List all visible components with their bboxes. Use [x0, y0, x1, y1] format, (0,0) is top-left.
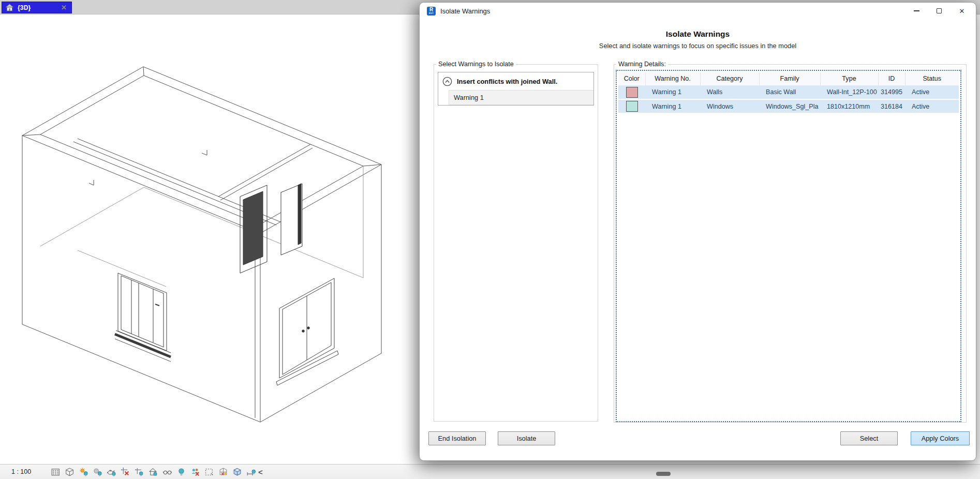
table-row[interactable]: Warning 1 Windows Windows_Sgl_Pla 1810x1… [618, 99, 959, 113]
warning-item-label: Warning 1 [454, 94, 484, 101]
reveal-constraints-icon[interactable] [246, 467, 256, 477]
minimize-icon[interactable] [913, 7, 920, 14]
column-header-family[interactable]: Family [759, 72, 820, 85]
column-header-category[interactable]: Category [700, 72, 759, 85]
view-control-bar: 1 : 100 [0, 464, 980, 479]
warning-details-group: Warning Details: Color Warning No. Categ… [614, 61, 967, 423]
warning-type-expander-header[interactable]: Insert conflicts with joined Wall. [438, 72, 593, 90]
column-header-warning-no[interactable]: Warning No. [645, 72, 700, 85]
warning-type-expander: Insert conflicts with joined Wall. Warni… [438, 72, 594, 106]
cell-status: Active [905, 85, 959, 99]
column-header-id[interactable]: ID [878, 72, 905, 85]
crop-view-icon[interactable] [121, 467, 130, 477]
view-tab-3d[interactable]: {3D} ✕ [2, 2, 72, 13]
visual-style-icon[interactable] [65, 467, 75, 477]
color-swatch[interactable] [626, 101, 638, 112]
warning-type-label: Insert conflicts with joined Wall. [457, 78, 557, 85]
cell-category: Windows [700, 99, 759, 113]
warning-details-panel[interactable]: Color Warning No. Category Family Type I… [616, 70, 961, 422]
select-button[interactable]: Select [840, 431, 898, 445]
show-crop-region-icon[interactable] [135, 467, 144, 477]
worksharing-display-icon[interactable] [190, 467, 200, 477]
warning-details-group-label: Warning Details: [616, 61, 668, 68]
color-swatch[interactable] [626, 87, 638, 98]
revit-app-icon: R RVT [427, 7, 436, 16]
cell-warning-no: Warning 1 [645, 85, 700, 99]
column-header-status[interactable]: Status [905, 72, 959, 85]
chevron-up-circle-icon[interactable] [442, 77, 452, 86]
tab-close-icon[interactable]: ✕ [60, 4, 68, 11]
sun-path-icon[interactable] [79, 467, 88, 477]
dialog-subtitle: Select and isolate warnings to focus on … [420, 42, 976, 50]
dialog-title: Isolate Warnings [440, 7, 913, 15]
cell-type: 1810x1210mm [820, 99, 878, 113]
shadows-icon[interactable] [93, 467, 102, 477]
isolate-warnings-dialog: R RVT Isolate Warnings ✕ Isolate Warning… [419, 2, 976, 461]
cell-type: Wall-Int_12P-100 [820, 85, 878, 99]
close-icon[interactable]: ✕ [958, 7, 966, 14]
dialog-heading: Isolate Warnings [420, 29, 976, 39]
cell-warning-no: Warning 1 [645, 99, 700, 113]
temporary-hide-isolate-icon[interactable] [162, 467, 172, 477]
cell-family: Basic Wall [759, 85, 820, 99]
lock-3d-view-icon[interactable] [149, 467, 158, 477]
column-header-type[interactable]: Type [820, 72, 878, 85]
warning-details-table: Color Warning No. Category Family Type I… [618, 72, 959, 114]
3d-model-wireframe [0, 14, 398, 428]
scrollbar-thumb[interactable] [656, 472, 671, 476]
isolate-button[interactable]: Isolate [498, 431, 555, 445]
highlight-displacement-sets-icon[interactable] [232, 467, 242, 477]
table-header-row: Color Warning No. Category Family Type I… [618, 72, 959, 85]
application-window: {3D} ✕ 1 : 100 [0, 0, 980, 479]
cell-status: Active [905, 99, 959, 113]
dialog-titlebar[interactable]: R RVT Isolate Warnings ✕ [420, 3, 976, 19]
temporary-view-properties-icon[interactable] [204, 467, 214, 477]
detail-level-icon[interactable] [51, 467, 61, 477]
view-scale[interactable]: 1 : 100 [11, 468, 38, 475]
apply-colors-button[interactable]: Apply Colors [911, 431, 970, 445]
cell-id: 316184 [878, 99, 905, 113]
select-warnings-group-label: Select Warnings to Isolate [436, 61, 516, 68]
end-isolation-button[interactable]: End Isolation [428, 431, 486, 445]
cell-id: 314995 [878, 85, 905, 99]
show-rendering-dialog-icon[interactable] [107, 467, 116, 477]
table-row[interactable]: Warning 1 Walls Basic Wall Wall-Int_12P-… [618, 85, 959, 99]
tab-label: {3D} [18, 4, 60, 11]
column-header-color[interactable]: Color [618, 72, 645, 85]
home-icon [5, 4, 14, 11]
warning-list-item[interactable]: Warning 1 [449, 90, 593, 105]
cell-family: Windows_Sgl_Pla [759, 99, 820, 113]
select-warnings-group: Select Warnings to Isolate Insert confli… [434, 61, 598, 422]
collapse-toolbar-icon[interactable]: < [258, 468, 263, 476]
reveal-hidden-elements-icon[interactable] [176, 467, 186, 477]
view-control-icons [51, 467, 256, 477]
analytical-model-icon[interactable] [218, 467, 228, 477]
maximize-icon[interactable] [936, 7, 943, 14]
cell-category: Walls [700, 85, 759, 99]
